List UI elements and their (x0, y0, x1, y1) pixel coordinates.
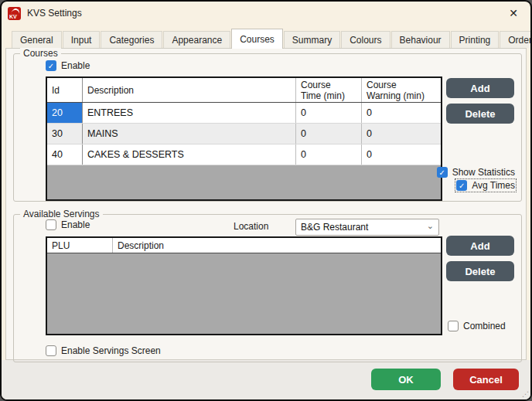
courses-table: Id Description Course Time (min) Course … (46, 76, 442, 201)
courses-tab-panel: Courses ✓ Enable Id Description Course T… (5, 48, 527, 360)
courses-add-button[interactable]: Add (446, 78, 514, 98)
cancel-button[interactable]: Cancel (453, 369, 519, 390)
table-cell-course-warning[interactable]: 0 (362, 124, 441, 144)
tab-behaviour[interactable]: Behaviour (391, 31, 450, 48)
chevron-down-icon: ⌄ (427, 221, 434, 231)
show-statistics-label: Show Statistics (452, 167, 515, 178)
table-row: 40 CAKES & DESSERTS 0 0 (47, 144, 441, 165)
table-cell-id[interactable]: 40 (47, 144, 83, 165)
available-servings-groupbox: Available Servings Enable Location B&G R… (13, 214, 522, 362)
servings-enable-label: Enable (61, 219, 90, 230)
table-cell-id-selected[interactable]: 20 (47, 103, 83, 123)
header-line: Course (367, 80, 397, 90)
avg-times-label: Avg Times (472, 180, 515, 191)
table-row: 30 MAINS 0 0 (47, 124, 441, 144)
tab-printing[interactable]: Printing (451, 31, 500, 48)
table-cell-description[interactable]: ENTREES (83, 103, 296, 123)
close-icon[interactable]: ✕ (503, 4, 524, 22)
servings-add-button[interactable]: Add (446, 236, 514, 256)
window-title: KVS Settings (27, 8, 82, 19)
courses-table-header-row: Id Description Course Time (min) Course … (47, 78, 441, 103)
ok-button[interactable]: OK (371, 369, 441, 390)
tab-courses[interactable]: Courses (231, 29, 283, 49)
checkbox-unchecked-box[interactable] (448, 321, 459, 331)
table-cell-course-time[interactable]: 0 (296, 103, 362, 123)
dialog-footer: OK Cancel ⋰ (2, 360, 530, 399)
courses-legend: Courses (20, 48, 61, 59)
header-line: Warning (min) (367, 90, 425, 101)
table-cell-description[interactable]: CAKES & DESSERTS (83, 144, 296, 165)
combined-label: Combined (463, 321, 506, 331)
table-cell-course-time[interactable]: 0 (296, 124, 362, 144)
tab-appearance[interactable]: Appearance (163, 31, 230, 48)
checkbox-unchecked-box[interactable] (46, 345, 56, 356)
table-cell-id[interactable]: 30 (47, 124, 83, 144)
servings-table: PLU Description (46, 236, 442, 335)
servings-delete-button[interactable]: Delete (446, 261, 514, 281)
column-header-plu[interactable]: PLU (47, 238, 113, 253)
column-header-id[interactable]: Id (47, 78, 83, 102)
column-header-course-warning[interactable]: Course Warning (min) (362, 78, 441, 102)
tab-colours[interactable]: Colours (341, 31, 390, 48)
checkbox-checked-icon[interactable]: ✓ (437, 167, 448, 178)
column-header-course-time[interactable]: Course Time (min) (296, 78, 362, 102)
tab-input[interactable]: Input (63, 31, 101, 48)
column-header-description[interactable]: Description (83, 78, 296, 102)
title-bar: KV KVS Settings ✕ (2, 2, 530, 25)
table-cell-description[interactable]: MAINS (83, 124, 296, 144)
tab-order-alerts[interactable]: Order Alerts (500, 31, 532, 48)
table-cell-course-warning[interactable]: 0 (362, 103, 441, 123)
tab-summary[interactable]: Summary (284, 31, 340, 48)
tab-categories[interactable]: Categories (101, 31, 162, 48)
checkbox-unchecked-box[interactable] (46, 219, 56, 230)
location-selected-value: B&G Restaurant (301, 222, 368, 233)
tab-strip: General Input Categories Appearance Cour… (12, 29, 526, 48)
app-icon: KV (8, 7, 21, 20)
enable-servings-screen-label: Enable Servings Screen (61, 345, 161, 356)
kvs-settings-dialog: KV KVS Settings ✕ General Input Categori… (0, 0, 532, 401)
enable-servings-screen-checkbox[interactable]: Enable Servings Screen (46, 345, 161, 356)
table-row: 20 ENTREES 0 0 (47, 103, 441, 124)
courses-enable-label: Enable (61, 60, 90, 71)
servings-table-header-row: PLU Description (47, 238, 441, 253)
column-header-description[interactable]: Description (113, 238, 441, 253)
location-label: Location (234, 221, 268, 232)
checkbox-checked-icon[interactable]: ✓ (456, 180, 467, 191)
servings-enable-checkbox[interactable]: Enable (46, 219, 90, 230)
courses-enable-checkbox[interactable]: ✓ Enable (46, 60, 90, 71)
app-icon-text: KV (9, 14, 17, 19)
available-servings-legend: Available Servings (20, 209, 103, 219)
location-select[interactable]: B&G Restaurant ⌄ (295, 219, 439, 236)
courses-delete-button[interactable]: Delete (446, 104, 514, 124)
avg-times-checkbox[interactable]: ✓ Avg Times (456, 180, 515, 191)
table-cell-course-warning[interactable]: 0 (362, 144, 441, 165)
header-line: Time (min) (301, 90, 345, 101)
combined-checkbox[interactable]: Combined (448, 321, 506, 331)
tab-general[interactable]: General (12, 31, 62, 48)
show-statistics-checkbox[interactable]: ✓ Show Statistics (437, 167, 515, 178)
header-line: Course (301, 80, 331, 90)
courses-groupbox: Courses ✓ Enable Id Description Course T… (13, 53, 522, 202)
resize-grip-icon[interactable]: ⋰ (522, 390, 528, 398)
checkbox-checked-icon[interactable]: ✓ (46, 60, 56, 71)
table-cell-course-time[interactable]: 0 (296, 144, 362, 165)
